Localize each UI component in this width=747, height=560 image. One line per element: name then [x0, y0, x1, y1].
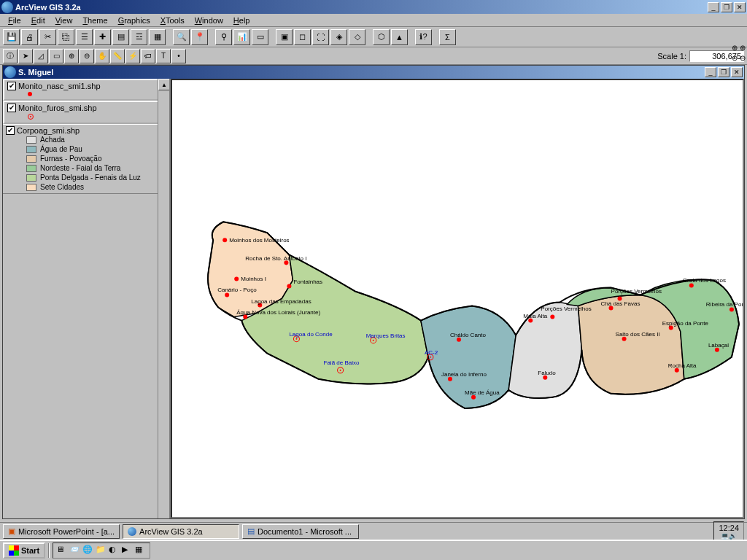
menu-graphics[interactable]: Graphics — [113, 15, 155, 26]
table-of-contents[interactable]: ✔ Monito_nasc_smi1.shp ✔ Monito_furos_sm… — [3, 79, 171, 518]
svg-point-0 — [222, 238, 227, 242]
layer-name: Monito_nasc_smi1.shp — [18, 82, 101, 90]
find-icon[interactable]: 🔍 — [173, 29, 190, 45]
task-button[interactable]: ▣Microsoft PowerPoint - [a... — [3, 524, 120, 539]
svg-text:Canário - Poço: Canário - Poço — [217, 287, 257, 293]
class-label: Ponta Delgada - Fenais da Luz — [40, 174, 141, 182]
layout-icon[interactable]: ▭ — [252, 29, 268, 45]
app-titlebar: ArcView GIS 3.2a _ ❐ ✕ — [0, 0, 747, 14]
select-rect-icon[interactable]: ▭ — [49, 49, 63, 63]
select-all-icon[interactable]: ▣ — [276, 29, 293, 45]
app-title: ArcView GIS 3.2a — [15, 3, 708, 12]
zoom-in-icon[interactable]: ⊕ — [64, 49, 79, 63]
svg-point-4 — [234, 276, 239, 281]
menu-edit[interactable]: Edit — [26, 15, 50, 26]
explorer-icon[interactable]: 📁 — [96, 545, 107, 556]
svg-text:Maia Alta: Maia Alta — [523, 313, 548, 319]
svg-text:Espigão da Ponte: Espigão da Ponte — [662, 320, 709, 327]
svg-text:Mãe de Água: Mãe de Água — [465, 389, 500, 396]
close-button[interactable]: ✕ — [734, 2, 746, 12]
svg-text:Água Nova dos Loirais (Jurante: Água Nova dos Loirais (Jurante) — [236, 309, 320, 316]
layer-item[interactable]: ✔ Monito_furos_smi.shp — [3, 101, 169, 124]
svg-point-26 — [729, 308, 734, 312]
svg-text:Faiã de Baixo: Faiã de Baixo — [324, 359, 360, 366]
add-theme-icon[interactable]: ✚ — [94, 29, 111, 45]
hotlink-icon[interactable]: ⚡ — [125, 49, 140, 63]
copy-icon[interactable]: ⿻ — [58, 29, 74, 45]
theme-props-icon[interactable]: ▤ — [112, 29, 129, 45]
sum-icon[interactable]: Σ — [439, 29, 456, 45]
legend-icon[interactable]: ☲ — [131, 29, 147, 45]
menu-file[interactable]: File — [3, 15, 26, 26]
app-icon[interactable]: ▦ — [135, 545, 147, 556]
measure-icon[interactable]: 📏 — [110, 49, 125, 63]
scale-box: Scale 1: — [657, 50, 744, 62]
svg-point-46 — [373, 340, 374, 341]
ie-icon[interactable]: 🌐 — [82, 545, 94, 556]
help-icon[interactable]: ℹ? — [415, 29, 432, 45]
layer-checkbox[interactable]: ✔ — [6, 126, 15, 135]
locate-icon[interactable]: 📍 — [191, 29, 208, 45]
task-button[interactable]: ArcView GIS 3.2a — [123, 524, 239, 539]
msn-icon[interactable]: ◐ — [109, 545, 120, 556]
view-close-button[interactable]: ✕ — [731, 67, 743, 77]
svg-text:Fontainhas: Fontainhas — [293, 279, 322, 285]
layer-item[interactable]: ✔ Corpoag_smi.shp Achada Água de Pau Fur… — [3, 124, 169, 194]
restore-button[interactable]: ❐ — [721, 2, 732, 12]
view-titlebar[interactable]: S. Miguel _ ❐ ✕ — [3, 66, 744, 79]
dissolve-icon[interactable]: ⬡ — [373, 29, 390, 45]
menu-view[interactable]: View — [50, 15, 78, 26]
map-canvas[interactable]: Moinhos dos Mosteiros Rocha de Sto. Antó… — [171, 79, 744, 518]
zoom-selected-icon[interactable]: ◇ — [349, 29, 365, 45]
svg-point-6 — [287, 284, 291, 288]
save-icon[interactable]: 💾 — [3, 29, 20, 45]
chart-icon[interactable]: 📊 — [233, 29, 250, 45]
swatch-icon — [26, 155, 36, 163]
select-none-icon[interactable]: ◻ — [294, 29, 311, 45]
layer-checkbox[interactable]: ✔ — [7, 104, 16, 112]
windows-icon — [9, 545, 19, 556]
zoom-active-icon[interactable]: ◈ — [330, 29, 347, 45]
svg-text:Chá das Favas: Chá das Favas — [601, 300, 640, 307]
pan-icon[interactable]: ✋ — [95, 49, 109, 63]
zoom-out-icon[interactable]: ⊖ — [80, 49, 94, 63]
swatch-icon — [26, 146, 36, 153]
desktop-icon[interactable]: 🖥 — [56, 545, 68, 556]
menu-help[interactable]: Help — [228, 15, 255, 26]
label-icon[interactable]: 🏷 — [141, 49, 155, 63]
media-icon[interactable]: ▶ — [122, 545, 133, 556]
svg-point-43 — [295, 338, 297, 340]
view-restore-button[interactable]: ❐ — [718, 67, 729, 77]
table-icon[interactable]: ▦ — [149, 29, 166, 45]
query-icon[interactable]: ⚲ — [215, 29, 232, 45]
cut-icon[interactable]: ✂ — [39, 29, 56, 45]
tools-toolbar: ⓘ ➤ ◿ ▭ ⊕ ⊖ ✋ 📏 ⚡ 🏷 T • Scale 1: ⊕ ⊕ ⊖ ⊖ — [0, 47, 747, 65]
vertex-icon[interactable]: ◿ — [34, 49, 48, 63]
svg-point-49 — [430, 357, 431, 358]
svg-point-16 — [550, 315, 554, 319]
svg-text:Moinhos I: Moinhos I — [241, 276, 266, 282]
minimize-button[interactable]: _ — [708, 2, 719, 12]
layer-item[interactable]: ✔ Monito_nasc_smi1.shp — [3, 79, 169, 101]
pointer-icon[interactable]: ➤ — [18, 49, 33, 63]
view-minimize-button[interactable]: _ — [705, 67, 716, 77]
task-button[interactable]: ▤Documento1 - Microsoft ... — [242, 524, 359, 539]
class-label: Água de Pau — [40, 145, 82, 153]
svg-text:Moinhos dos Mosteiros: Moinhos dos Mosteiros — [229, 237, 289, 244]
menu-xtools[interactable]: XTools — [155, 15, 190, 26]
toc-scrollbar[interactable]: ▲ — [158, 79, 169, 518]
menu-window[interactable]: Window — [190, 15, 228, 26]
layer-checkbox[interactable]: ✔ — [7, 82, 16, 90]
geoprocess-icon[interactable]: ▲ — [391, 29, 408, 45]
scroll-up-icon[interactable]: ▲ — [158, 79, 170, 90]
start-button[interactable]: Start — [3, 542, 45, 559]
text-icon[interactable]: T — [156, 49, 171, 63]
identify-icon[interactable]: ⓘ — [3, 49, 18, 63]
print-icon[interactable]: 🖨 — [21, 29, 38, 45]
outlook-icon[interactable]: 📨 — [69, 545, 81, 556]
properties-icon[interactable]: ☰ — [76, 29, 93, 45]
svg-text:Ribeira da Ponte: Ribeira da Ponte — [706, 301, 743, 308]
draw-icon[interactable]: • — [171, 49, 186, 63]
zoom-full-icon[interactable]: ⛶ — [312, 29, 329, 45]
menu-theme[interactable]: Theme — [77, 15, 112, 26]
